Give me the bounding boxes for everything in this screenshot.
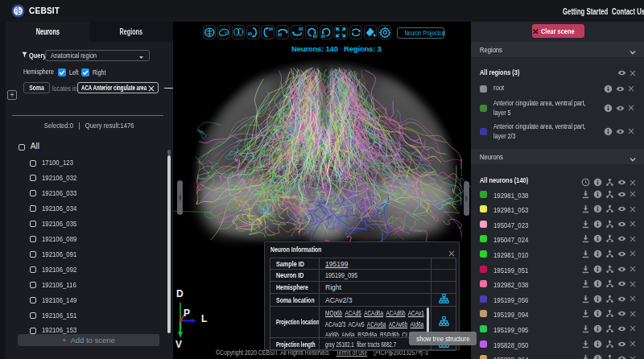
svg-text:90: 90 — [248, 31, 253, 35]
svg-text:L: L — [201, 313, 207, 324]
svg-text:90: 90 — [277, 33, 282, 37]
svg-text:90: 90 — [321, 34, 326, 38]
svg-text:90: 90 — [299, 27, 303, 31]
svg-text:P: P — [184, 307, 190, 319]
svg-text:D: D — [176, 288, 184, 299]
svg-text:90: 90 — [313, 34, 318, 38]
svg-text:90: 90 — [269, 27, 273, 31]
